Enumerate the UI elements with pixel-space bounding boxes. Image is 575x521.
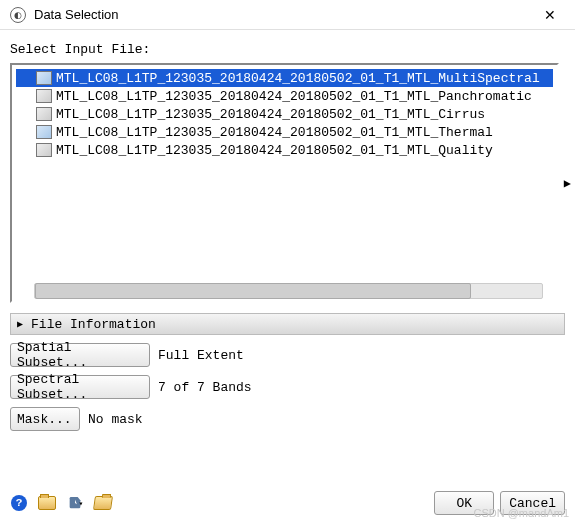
raster-file-icon [36, 143, 52, 157]
horizontal-scrollbar[interactable] [34, 283, 543, 299]
file-name: MTL_LC08_L1TP_123035_20180424_20180502_0… [56, 71, 540, 86]
content-area: Select Input File: MTL_LC08_L1TP_123035_… [0, 30, 575, 521]
browse-folder-icon[interactable] [94, 494, 112, 512]
file-name: MTL_LC08_L1TP_123035_20180424_20180502_0… [56, 143, 493, 158]
chevron-right-icon: ▶ [17, 318, 23, 330]
mask-value: No mask [88, 412, 143, 427]
title-bar: ◐ Data Selection ✕ [0, 0, 575, 30]
ok-button[interactable]: OK [434, 491, 494, 515]
file-row[interactable]: MTL_LC08_L1TP_123035_20180424_20180502_0… [16, 123, 553, 141]
help-icon[interactable]: ? [10, 494, 28, 512]
spatial-subset-value: Full Extent [158, 348, 244, 363]
spectral-subset-value: 7 of 7 Bands [158, 380, 252, 395]
raster-file-icon [36, 71, 52, 85]
file-list-panel: MTL_LC08_L1TP_123035_20180424_20180502_0… [10, 63, 559, 303]
app-icon: ◐ [10, 7, 26, 23]
select-input-file-label: Select Input File: [10, 42, 565, 57]
cancel-button[interactable]: Cancel [500, 491, 565, 515]
file-name: MTL_LC08_L1TP_123035_20180424_20180502_0… [56, 125, 493, 140]
raster-file-icon [36, 107, 52, 121]
file-name: MTL_LC08_L1TP_123035_20180424_20180502_0… [56, 107, 485, 122]
spectral-subset-button[interactable]: Spectral Subset... [10, 375, 150, 399]
file-row[interactable]: MTL_LC08_L1TP_123035_20180424_20180502_0… [16, 87, 553, 105]
open-folder-icon[interactable] [38, 494, 56, 512]
file-row[interactable]: MTL_LC08_L1TP_123035_20180424_20180502_0… [16, 105, 553, 123]
raster-file-icon [36, 89, 52, 103]
window-title: Data Selection [34, 7, 535, 22]
file-row[interactable]: MTL_LC08_L1TP_123035_20180424_20180502_0… [16, 141, 553, 159]
scrollbar-thumb[interactable] [35, 283, 471, 299]
file-row[interactable]: MTL_LC08_L1TP_123035_20180424_20180502_0… [16, 69, 553, 87]
raster-file-icon [36, 125, 52, 139]
file-information-label: File Information [31, 317, 156, 332]
recent-files-icon[interactable]: ▾ [66, 494, 84, 512]
expand-right-arrow[interactable]: ▶ [564, 176, 571, 191]
bottom-toolbar: ? ▾ OK Cancel [10, 481, 565, 515]
file-name: MTL_LC08_L1TP_123035_20180424_20180502_0… [56, 89, 532, 104]
file-information-header[interactable]: ▶ File Information [10, 313, 565, 335]
file-list[interactable]: MTL_LC08_L1TP_123035_20180424_20180502_0… [14, 67, 555, 275]
spatial-subset-button[interactable]: Spatial Subset... [10, 343, 150, 367]
close-button[interactable]: ✕ [535, 0, 565, 30]
mask-button[interactable]: Mask... [10, 407, 80, 431]
